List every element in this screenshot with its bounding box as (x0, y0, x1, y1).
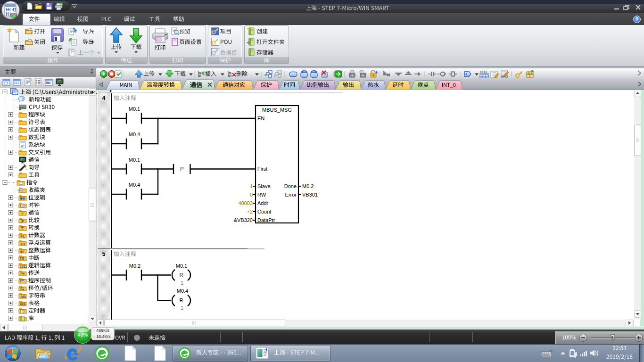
svg-text:First: First (257, 166, 267, 172)
svg-text:R: R (180, 272, 183, 278)
svg-text:+2: +2 (247, 209, 253, 214)
svg-text:Error: Error (285, 192, 297, 197)
svg-text:Done: Done (284, 183, 297, 189)
svg-text:4: 4 (102, 95, 106, 101)
svg-text:+1: +1 (20, 234, 25, 239)
svg-text:M0.1: M0.1 (129, 157, 140, 163)
svg-text:M0.2: M0.2 (302, 183, 314, 189)
svg-text:1: 1 (181, 280, 183, 286)
svg-text:1011: 1011 (20, 265, 27, 268)
svg-text:1: 1 (250, 183, 253, 189)
svg-text:P: P (180, 166, 183, 172)
svg-text:?: ? (22, 97, 24, 102)
svg-text:M0.1: M0.1 (129, 106, 140, 112)
svg-text:MBUS_MSG: MBUS_MSG (262, 107, 292, 113)
svg-text:RW: RW (257, 192, 266, 197)
svg-text:5: 5 (102, 251, 106, 257)
svg-text:VB301: VB301 (302, 192, 318, 197)
svg-text:40003: 40003 (238, 200, 253, 206)
svg-text:&VB320: &VB320 (234, 217, 253, 223)
svg-text:Addr: Addr (257, 200, 269, 206)
svg-text:Slave: Slave (257, 183, 271, 189)
svg-text:M0.4: M0.4 (129, 182, 140, 188)
svg-text:1: 1 (181, 305, 183, 311)
svg-text:R: R (180, 297, 183, 303)
svg-text:±I: ±I (20, 249, 24, 254)
svg-text:HHO: HHO (480, 70, 487, 74)
svg-text:0: 0 (250, 192, 253, 197)
svg-text:M0.4: M0.4 (177, 288, 188, 294)
svg-text:M0.1: M0.1 (176, 263, 187, 269)
svg-text:M0.4: M0.4 (129, 132, 140, 137)
svg-text:Count: Count (257, 209, 271, 214)
svg-text:±R: ±R (20, 242, 25, 246)
svg-text:AB: AB (20, 295, 26, 299)
svg-text:M0.2: M0.2 (129, 263, 140, 269)
svg-text:EN: EN (257, 115, 264, 121)
svg-text:DataPtr: DataPtr (257, 217, 275, 223)
